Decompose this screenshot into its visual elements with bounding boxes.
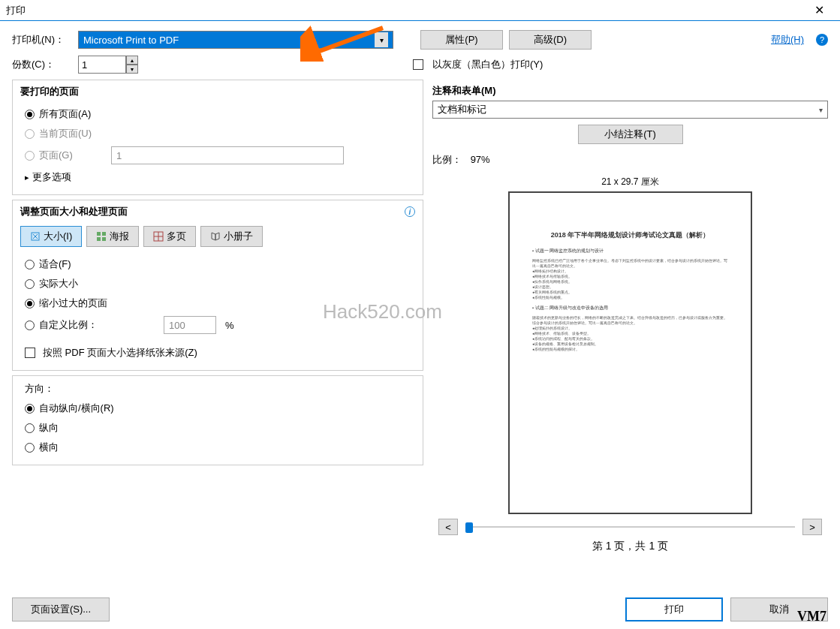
pages-label: 页面(G) (39, 149, 107, 162)
paper-source-label: 按照 PDF 页面大小选择纸张来源(Z) (43, 346, 197, 360)
radio-current-page[interactable] (25, 129, 35, 139)
advanced-button[interactable]: 高级(D) (509, 30, 592, 50)
grayscale-checkbox[interactable] (413, 59, 423, 70)
copies-label: 份数(C)： (12, 58, 72, 71)
radio-auto-orient[interactable] (25, 404, 35, 414)
properties-button[interactable]: 属性(P) (420, 30, 503, 50)
tab-booklet[interactable]: 小册子 (200, 226, 263, 247)
spinner-up-icon[interactable]: ▲ (126, 56, 138, 65)
print-button[interactable]: 打印 (625, 597, 723, 621)
preview-body1: 网络监控系统已经广泛地用于各个企事业单位。考虑下列监控系统中的设计要素，结合参与… (532, 258, 728, 269)
main-area: 要打印的页面 所有页面(A) 当前页面(U) 页面(G) 更多选项 (0, 80, 840, 558)
preview-area: 21 x 29.7 厘米 2018 年下半年网络规划设计师考试论文真题（解析） … (432, 173, 828, 558)
svg-rect-4 (102, 237, 106, 241)
top-section: 打印机(N)： Microsoft Print to PDF ▾ 属性(P) 高… (0, 21, 840, 80)
vm-label: VM7 (797, 609, 826, 624)
svg-rect-1 (97, 232, 101, 236)
radio-shrink[interactable] (25, 299, 35, 308)
footer: 页面设置(S)... 打印 取消 (12, 597, 828, 621)
printer-label: 打印机(N)： (12, 33, 72, 47)
radio-pages[interactable] (25, 151, 35, 161)
paper-source-checkbox[interactable] (25, 348, 35, 358)
page-setup-button[interactable]: 页面设置(S)... (12, 597, 110, 621)
copies-spinner[interactable]: ▲ ▼ (78, 56, 138, 74)
radio-fit[interactable] (25, 260, 35, 269)
help-link[interactable]: 帮助(H) (771, 33, 804, 47)
chevron-down-icon: ▾ (375, 32, 388, 47)
percent-label: % (225, 320, 234, 331)
shrink-label: 缩小过大的页面 (39, 296, 107, 310)
more-options-toggle[interactable]: 更多选项 (25, 167, 411, 187)
printer-select[interactable]: Microsoft Print to PDF ▾ (78, 31, 393, 49)
all-pages-label: 所有页面(A) (39, 107, 91, 121)
comments-select[interactable]: 文档和标记 ▾ (432, 101, 828, 119)
poster-icon (96, 231, 107, 242)
tab-poster[interactable]: 海报 (86, 226, 139, 247)
page-slider[interactable] (465, 519, 795, 534)
current-page-label: 当前页面(U) (39, 127, 92, 140)
sizing-group: 调整页面大小和处理页面 i 大小(I) 海报 多页 小册子 (12, 200, 423, 371)
orientation-group: 方向： 自动纵向/横向(R) 纵向 横向 (12, 375, 423, 465)
scale-row: 比例： 97% (432, 150, 828, 170)
next-page-button[interactable]: > (802, 519, 822, 535)
comments-title: 注释和表单(M) (432, 80, 828, 101)
radio-all-pages[interactable] (25, 110, 35, 119)
help-icon[interactable]: ? (816, 34, 828, 46)
grayscale-label: 以灰度（黑白色）打印(Y) (432, 58, 543, 71)
summarize-button[interactable]: 小结注释(T) (578, 125, 683, 144)
preview-sec2: • 试题二 网络升级与改造中设备的选用 (532, 305, 728, 311)
tab-multiple[interactable]: 多页 (143, 226, 196, 247)
prev-page-button[interactable]: < (438, 519, 458, 535)
page-info: 第 1 页，共 1 页 (588, 535, 673, 558)
auto-orient-label: 自动纵向/横向(R) (39, 402, 114, 415)
orientation-title: 方向： (25, 379, 411, 399)
scale-label: 比例： (432, 154, 462, 165)
portrait-label: 纵向 (39, 421, 59, 435)
fit-label: 适合(F) (39, 257, 71, 271)
preview-sec1: • 试题一 网络监控系统的规划与设计 (532, 248, 728, 254)
tab-size[interactable]: 大小(I) (20, 226, 82, 247)
spinner-down-icon[interactable]: ▼ (126, 65, 138, 74)
preview-body2: 随着技术的更新与业务的增长，网络的不断的改造完成之下来。结合升级与改造的经历，已… (532, 315, 728, 326)
radio-custom[interactable] (25, 321, 35, 330)
pages-group-title: 要打印的页面 (13, 80, 423, 101)
pages-input[interactable] (111, 146, 344, 164)
landscape-label: 横向 (39, 441, 59, 454)
comments-group: 注释和表单(M) 文档和标记 ▾ 小结注释(T) (432, 80, 828, 150)
chevron-down-icon: ▾ (819, 106, 823, 114)
custom-label: 自定义比例： (39, 318, 159, 332)
size-icon (30, 231, 41, 242)
booklet-icon (210, 231, 221, 242)
preview-dimensions: 21 x 29.7 厘米 (598, 173, 662, 191)
info-icon[interactable]: i (405, 206, 415, 217)
window-title: 打印 (6, 4, 804, 17)
pages-group: 要打印的页面 所有页面(A) 当前页面(U) 页面(G) 更多选项 (12, 80, 423, 195)
custom-scale-input[interactable] (164, 316, 216, 334)
titlebar: 打印 ✕ (0, 0, 840, 21)
printer-selected: Microsoft Print to PDF (83, 35, 179, 46)
close-button[interactable]: ✕ (804, 0, 834, 21)
radio-landscape[interactable] (25, 443, 35, 453)
scale-value: 97% (471, 154, 490, 165)
actual-label: 实际大小 (39, 277, 78, 290)
sizing-group-title: 调整页面大小和处理页面 (20, 205, 128, 218)
slider-thumb[interactable] (465, 522, 473, 533)
radio-actual[interactable] (25, 279, 35, 289)
preview-page: 2018 年下半年网络规划设计师考试论文真题（解析） • 试题一 网络监控系统的… (508, 191, 752, 514)
copies-input[interactable] (78, 56, 126, 74)
radio-portrait[interactable] (25, 423, 35, 433)
preview-doc-title: 2018 年下半年网络规划设计师考试论文真题（解析） (532, 230, 728, 240)
svg-rect-3 (97, 237, 101, 241)
svg-rect-2 (102, 232, 106, 236)
multiple-icon (153, 231, 164, 242)
